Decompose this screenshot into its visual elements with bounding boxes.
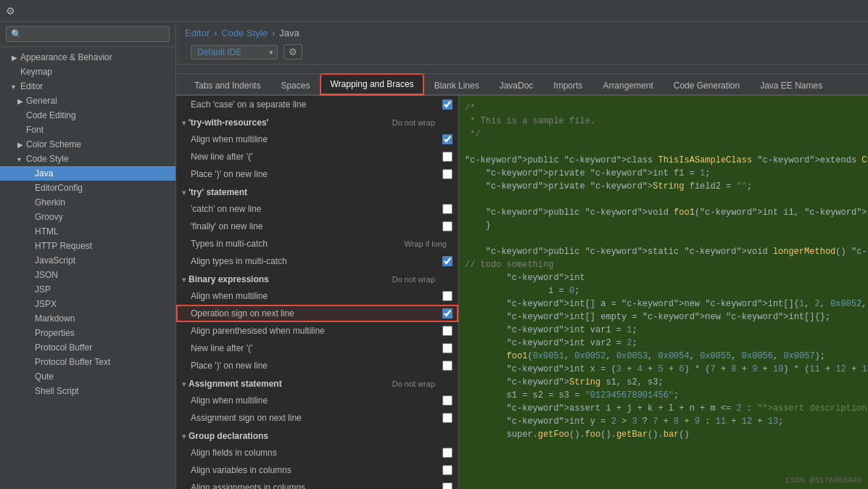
checkbox-align-fields-columns[interactable] — [442, 448, 452, 458]
code-line: // todo something — [465, 258, 862, 271]
scheme-select-wrapper: Default IDE — [191, 45, 278, 59]
row-label-finally-new-line: 'finally' on new line — [191, 221, 439, 231]
sidebar-item-qute[interactable]: Qute — [0, 369, 175, 384]
checkbox-align-multiline-binary[interactable] — [442, 291, 452, 301]
tab-code-generation[interactable]: Code Generation — [664, 75, 749, 95]
checkbox-align-variables-columns[interactable] — [442, 465, 452, 475]
sidebar-item-color-scheme[interactable]: ▶Color Scheme — [0, 137, 175, 152]
sidebar-item-editorconfig[interactable]: EditorConfig — [0, 181, 175, 195]
tab-tabs-indents[interactable]: Tabs and Indents — [185, 75, 270, 95]
section-binary-expressions[interactable]: ▾Binary expressionsDo not wrap — [176, 271, 458, 287]
row-label-align-fields-columns: Align fields in columns — [191, 448, 439, 458]
sidebar-item-label: Font — [26, 125, 44, 135]
row-label-align-multiline-binary: Align when multiline — [191, 291, 439, 301]
section-label: Group declarations — [189, 431, 268, 441]
row-align-multiline-try: Align when multiline — [176, 131, 458, 148]
checkbox-new-line-after-try[interactable] — [442, 152, 452, 162]
sidebar-item-json[interactable]: JSON — [0, 268, 175, 282]
code-preview: /* * This is a sample file. */ "c-keywor… — [459, 96, 868, 489]
code-line: * This is a sample file. — [465, 115, 862, 128]
section-group-declarations[interactable]: ▾Group declarations — [176, 428, 458, 444]
section-try-statement[interactable]: ▾'try' statement — [176, 184, 458, 200]
sidebar-item-html[interactable]: HTML — [0, 224, 175, 239]
checkbox-place-rparen-try[interactable] — [442, 169, 452, 179]
code-line — [465, 193, 862, 206]
tab-wrapping-braces[interactable]: Wrapping and Braces — [321, 74, 423, 95]
section-arrow-icon: ▾ — [182, 432, 186, 440]
checkbox-align-multiline-assign[interactable] — [442, 395, 452, 406]
sidebar-item-shell-script[interactable]: Shell Script — [0, 384, 175, 398]
tab-spaces[interactable]: Spaces — [271, 75, 319, 95]
tab-java-ee-names[interactable]: Java EE Names — [751, 75, 832, 95]
arrow-icon: ▶ — [12, 54, 19, 62]
tab-imports[interactable]: Imports — [544, 75, 592, 95]
checkbox-align-assignments-columns[interactable] — [442, 482, 452, 489]
code-line: super.getFoo().foo().getBar().bar() — [465, 428, 862, 441]
sidebar-item-label: Protocol Buffer Text — [35, 357, 110, 367]
wrap-label: Do not wrap — [392, 118, 435, 127]
code-line: "c-keyword">int var2 = 2; — [465, 337, 862, 350]
section-try-with-resources[interactable]: ▾'try-with-resources'Do not wrap — [176, 115, 458, 131]
sidebar-item-label: Groovy — [35, 212, 63, 222]
checkbox-catch-new-line[interactable] — [442, 204, 452, 214]
sidebar-item-code-style[interactable]: ▾Code Style — [0, 152, 175, 166]
checkbox-align-types-multi-catch[interactable] — [442, 256, 452, 266]
sidebar-item-jspx[interactable]: JSPX — [0, 297, 175, 311]
tab-arrangement[interactable]: Arrangement — [593, 75, 662, 95]
sidebar-item-properties[interactable]: Properties — [0, 326, 175, 340]
code-line — [465, 141, 862, 154]
tab-blank-lines[interactable]: Blank Lines — [425, 75, 489, 95]
sidebar-item-protocol-buffer[interactable]: Protocol Buffer — [0, 340, 175, 355]
row-operation-sign-next-line: Operation sign on next line — [176, 305, 458, 322]
arrow-icon: ▾ — [17, 155, 25, 163]
sidebar-item-javascript[interactable]: JavaScript — [0, 253, 175, 268]
code-line: "c-keyword">int[] a = "c-keyword">new "c… — [465, 297, 862, 311]
sidebar-item-editor[interactable]: ▾Editor — [0, 79, 175, 94]
sidebar-item-groovy[interactable]: Groovy — [0, 210, 175, 224]
checkbox-align-parenthesised[interactable] — [442, 326, 452, 336]
arrow-icon: ▾ — [12, 83, 19, 91]
code-line: } — [465, 219, 862, 232]
checkbox-operation-sign-next-line[interactable] — [442, 308, 452, 319]
breadcrumb-editor[interactable]: Editor — [185, 28, 210, 38]
checkbox-align-multiline-try[interactable] — [442, 134, 452, 144]
sidebar-search-area — [0, 22, 175, 47]
wrap-label: Do not wrap — [392, 275, 435, 284]
row-assignment-sign-next-line: Assignment sign on next line — [176, 409, 458, 427]
prev-row-checkbox[interactable] — [442, 99, 452, 110]
section-assignment-statement[interactable]: ▾Assignment statementDo not wrap — [176, 376, 458, 392]
sidebar-item-gherkin[interactable]: Gherkin — [0, 195, 175, 210]
code-line: foo1(0x0051, 0x0052, 0x0053, 0x0054, 0x0… — [465, 350, 862, 363]
sidebar-item-http-request[interactable]: HTTP Request — [0, 239, 175, 253]
sidebar-item-general[interactable]: ▶General — [0, 94, 175, 108]
tab-javadoc[interactable]: JavaDoc — [490, 75, 543, 95]
sidebar-item-font[interactable]: Font — [0, 123, 175, 137]
sidebar-item-jsp[interactable]: JSP — [0, 282, 175, 297]
scheme-select[interactable]: Default IDE — [191, 45, 278, 59]
sidebar-item-label: HTML — [35, 226, 59, 237]
sidebar-item-label: Gherkin — [35, 197, 65, 207]
sidebar-item-label: JSPX — [35, 299, 57, 309]
sidebar-item-keymap[interactable]: Keymap — [0, 65, 175, 79]
gear-button[interactable]: ⚙ — [284, 44, 302, 59]
checkbox-assignment-sign-next-line[interactable] — [442, 413, 452, 423]
row-align-fields-columns: Align fields in columns — [176, 444, 458, 461]
sidebar-item-java[interactable]: Java — [0, 166, 175, 181]
sidebar-item-appearance[interactable]: ▶Appearance & Behavior — [0, 50, 175, 65]
set-from-link[interactable] — [842, 66, 859, 72]
code-line: "c-keyword">String s1, s2, s3; — [465, 376, 862, 389]
code-line: "c-keyword">int y = 2 > 3 ? 7 + 8 + 9 : … — [465, 415, 862, 428]
checkbox-finally-new-line[interactable] — [442, 221, 452, 231]
sidebar-item-protocol-buffer-text[interactable]: Protocol Buffer Text — [0, 355, 175, 369]
sidebar-item-code-editing[interactable]: Code Editing — [0, 108, 175, 123]
breadcrumb-codestyle[interactable]: Code Style — [221, 28, 268, 38]
search-input[interactable] — [6, 26, 170, 42]
checkbox-new-line-after-lparen-binary[interactable] — [442, 343, 452, 353]
checkbox-place-rparen-binary[interactable] — [442, 361, 452, 371]
sidebar-item-markdown[interactable]: Markdown — [0, 311, 175, 326]
section-label: 'try-with-resources' — [189, 118, 268, 128]
row-label-align-assignments-columns: Align assignments in columns — [191, 482, 439, 489]
row-align-parenthesised: Align parenthesised when multiline — [176, 322, 458, 340]
row-label-align-variables-columns: Align variables in columns — [191, 465, 439, 475]
scheme-row: Default IDE ⚙ — [185, 44, 859, 59]
